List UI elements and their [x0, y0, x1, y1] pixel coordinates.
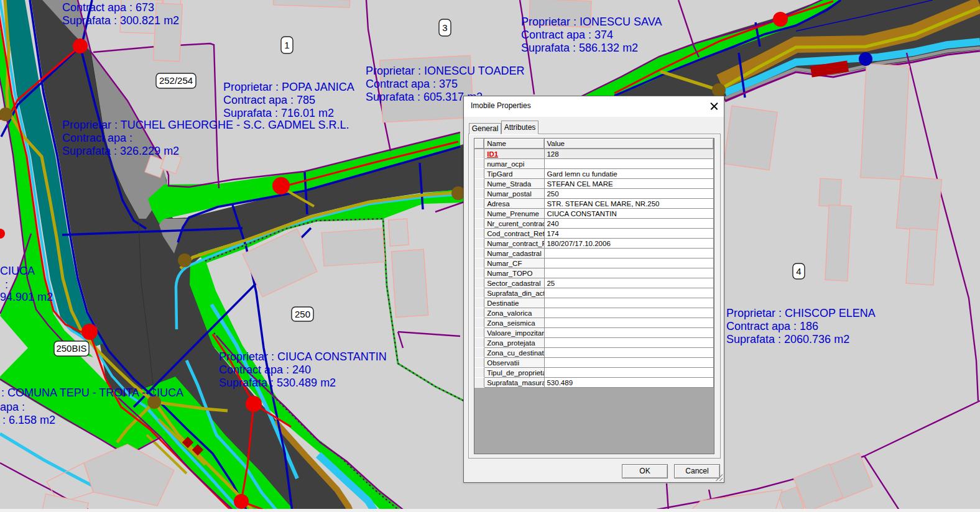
svg-text:4: 4	[796, 266, 801, 277]
svg-text:1: 1	[284, 40, 289, 50]
svg-text:Contract apa : 374: Contract apa : 374	[521, 29, 613, 41]
svg-text:Contract apa : 673: Contract apa : 673	[62, 1, 154, 14]
svg-text:Proprietar : IONESCU TOADER: Proprietar : IONESCU TOADER	[366, 65, 524, 77]
svg-text:Suprafata : 530.489 m2: Suprafata : 530.489 m2	[219, 377, 336, 389]
svg-text:CIUCA: CIUCA	[0, 265, 35, 277]
svg-text:Proprietar : POPA JANICA: Proprietar : POPA JANICA	[223, 81, 354, 93]
svg-text:: COMUNA TEPU - TROITA - CIUCA: : COMUNA TEPU - TROITA - CIUCA	[1, 386, 183, 399]
svg-text:Suprafata : 300.821 m2: Suprafata : 300.821 m2	[62, 14, 179, 27]
svg-text:Contract apa : 186: Contract apa : 186	[726, 320, 818, 332]
svg-text::: :	[5, 278, 8, 291]
svg-text:Contract apa : 240: Contract apa : 240	[219, 363, 311, 376]
svg-text:252/254: 252/254	[159, 75, 193, 86]
svg-text:250: 250	[295, 309, 310, 319]
svg-text:apa :: apa :	[0, 401, 25, 413]
svg-text:Proprietar : CIUCA CONSTANTIN: Proprietar : CIUCA CONSTANTIN	[219, 350, 387, 363]
svg-text:Contract apa :: Contract apa :	[62, 132, 132, 144]
svg-text:3: 3	[442, 22, 447, 33]
svg-text:: 6.158 m2: : 6.158 m2	[2, 414, 55, 426]
svg-text:Contract apa : 785: Contract apa : 785	[223, 94, 315, 106]
svg-text:250BIS: 250BIS	[56, 343, 86, 354]
svg-text:Proprietar : IONESCU SAVA: Proprietar : IONESCU SAVA	[521, 16, 662, 28]
svg-text:94.901 m2: 94.901 m2	[0, 291, 53, 303]
svg-text:Suprafata : 2060.736 m2: Suprafata : 2060.736 m2	[726, 333, 849, 345]
svg-text:Proprietar : CHISCOP ELENA: Proprietar : CHISCOP ELENA	[726, 307, 876, 319]
svg-text:Suprafata : 326.229 m2: Suprafata : 326.229 m2	[62, 145, 179, 157]
svg-text:Suprafata : 716.01 m2: Suprafata : 716.01 m2	[223, 107, 334, 119]
svg-text:Suprafata : 586.132 m2: Suprafata : 586.132 m2	[521, 42, 638, 54]
svg-text:Contract apa : 375: Contract apa : 375	[366, 78, 458, 90]
svg-text:Proprietar : TUCHEL GHEORGHE: Proprietar : TUCHEL GHEORGHE - S.C. GADM…	[62, 119, 349, 131]
